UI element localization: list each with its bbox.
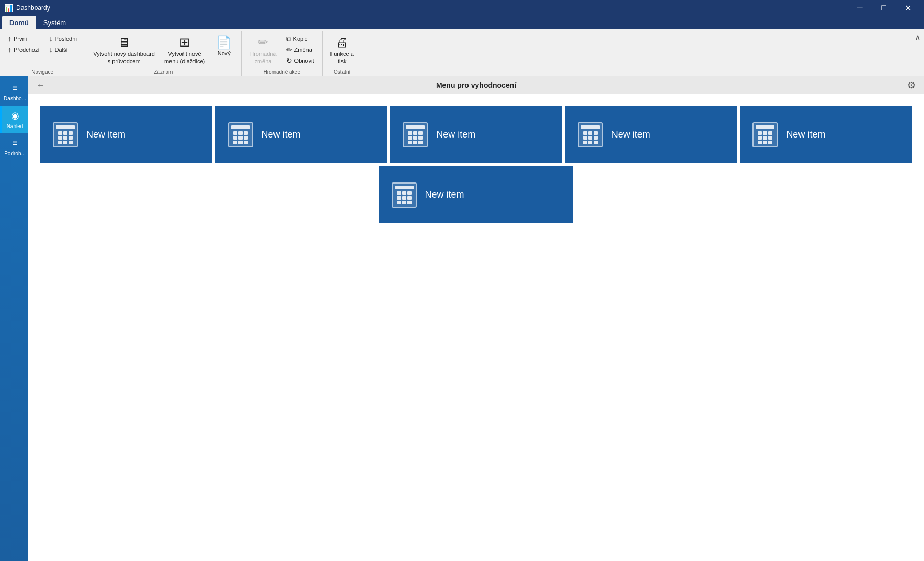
calc-icon-2 [228, 122, 253, 147]
ribbon-bar: ↑ První ↑ Předchozí ↓ Poslední ↓ Další [0, 29, 924, 76]
vytvorit-menu-button[interactable]: ⊞ Vytvořit nové menu (dlaždice) [161, 33, 209, 68]
nahled-icon: ◉ [11, 110, 19, 121]
tab-domu[interactable]: Domů [2, 16, 36, 29]
ostatni-label: Ostatní [327, 68, 358, 76]
tile-6-label: New item [425, 189, 464, 200]
sidebar-item-podrob[interactable]: ≡ Podrob... [0, 133, 28, 161]
ribbon-group-hromadne: ✏ Hromadná změna ⧉ Kopie ✏ Změna ↻ Obnov… [242, 31, 322, 76]
close-button[interactable]: ✕ [896, 0, 920, 16]
ostatni-items: 🖨 Funkce a tisk [327, 33, 358, 68]
tile-row2-spacer [39, 165, 378, 225]
tiles-area: New item New i [28, 94, 924, 561]
posledni-button[interactable]: ↓ Poslední [45, 33, 81, 44]
hromadne-col: ⧉ Kopie ✏ Změna ↻ Obnovit [282, 33, 318, 66]
sidebar-item-nahled[interactable]: ◉ Náhled [0, 106, 28, 133]
sidebar-item-dashbo[interactable]: ≡ Dashbo... [0, 78, 28, 106]
tile-5[interactable]: New item [738, 105, 914, 165]
copy-icon: ⧉ [286, 35, 291, 42]
batch-edit-icon: ✏ [258, 36, 268, 49]
hromadne-items: ✏ Hromadná změna ⧉ Kopie ✏ Změna ↻ Obnov… [246, 33, 317, 68]
podrob-icon: ≡ [12, 138, 18, 148]
topbar-nav: ← [33, 79, 48, 91]
vytvorit-dashboard-button[interactable]: 🖥 Vytvořit nový dashboard s průvodcem [89, 33, 158, 68]
ribbon-collapse-button[interactable]: ∧ [911, 31, 924, 43]
maximize-button[interactable]: □ [872, 0, 896, 16]
hromadna-zmena-button: ✏ Hromadná změna [246, 33, 280, 68]
prvni-button[interactable]: ↑ První [4, 33, 43, 44]
main-topbar: ← Menu pro vyhodnocení ⚙ [28, 76, 924, 94]
grid-icon: ⊞ [179, 36, 190, 49]
main-content: ← Menu pro vyhodnocení ⚙ [28, 76, 924, 561]
zmena-button[interactable]: ✏ Změna [282, 44, 318, 55]
refresh-icon: ↻ [286, 57, 292, 64]
tile-5-label: New item [786, 129, 825, 140]
title-bar-controls: ─ □ ✕ [848, 0, 920, 16]
app-title: Dashboardy [16, 4, 50, 12]
calc-icon-1 [53, 122, 78, 147]
navigace-items: ↑ První ↑ Předchozí ↓ Poslední ↓ Další [4, 33, 81, 68]
dalsi-button[interactable]: ↓ Další [45, 44, 81, 55]
tile-4-label: New item [611, 129, 651, 140]
sidebar-item-nahled-label: Náhled [7, 123, 24, 129]
up-arrow-icon: ↑ [8, 35, 12, 42]
minimize-button[interactable]: ─ [848, 0, 872, 16]
page-title: Menu pro vyhodnocení [436, 81, 516, 89]
title-bar: 📊 Dashboardy ─ □ ✕ [0, 0, 924, 16]
dashboard-icon: 🖥 [118, 36, 130, 49]
app-icon: 📊 [4, 4, 13, 12]
tile-row2-spacer-right [575, 165, 914, 225]
ribbon-group-ostatni: 🖨 Funkce a tisk Ostatní [323, 31, 362, 76]
obnovit-button[interactable]: ↻ Obnovit [282, 55, 318, 66]
tile-4[interactable]: New item [564, 105, 739, 165]
tile-6[interactable]: New item [378, 165, 575, 225]
hromadne-label: Hromadné akce [246, 68, 317, 76]
navigace-col-2: ↓ Poslední ↓ Další [45, 33, 81, 55]
navigace-col-1: ↑ První ↑ Předchozí [4, 33, 43, 55]
navigace-label: Navigace [4, 68, 81, 76]
novy-button[interactable]: 📄 Nový [211, 33, 237, 59]
sidebar-item-podrob-label: Podrob... [4, 151, 26, 156]
ribbon-tabs: Domů Systém [0, 16, 924, 29]
tile-1-label: New item [86, 129, 126, 140]
funkce-tisk-button[interactable]: 🖨 Funkce a tisk [327, 33, 358, 68]
down-arrow-icon: ↓ [49, 35, 53, 42]
kopie-button[interactable]: ⧉ Kopie [282, 33, 318, 44]
tile-3[interactable]: New item [389, 105, 564, 165]
calc-icon-3 [403, 122, 428, 147]
calc-icon-5 [752, 122, 778, 147]
down-arrow-icon-2: ↓ [49, 46, 53, 53]
tab-system[interactable]: Systém [36, 16, 73, 29]
print-icon: 🖨 [336, 36, 348, 49]
calc-icon-6 [392, 182, 417, 208]
zaznam-label: Záznam [89, 68, 237, 76]
new-doc-icon: 📄 [216, 36, 232, 49]
tile-2-label: New item [261, 129, 301, 140]
tiles-row-2: New item [39, 165, 914, 225]
ribbon-group-navigace: ↑ První ↑ Předchozí ↓ Poslední ↓ Další [0, 31, 85, 76]
back-button[interactable]: ← [33, 79, 48, 91]
settings-icon[interactable]: ⚙ [904, 78, 919, 92]
up-arrow-icon-2: ↑ [8, 46, 12, 53]
tile-1[interactable]: New item [39, 105, 214, 165]
calc-icon-4 [578, 122, 603, 147]
tile-2[interactable]: New item [214, 105, 389, 165]
sidebar-item-dashbo-label: Dashbo... [4, 96, 26, 101]
tile-3-label: New item [436, 129, 475, 140]
sidebar: ≡ Dashbo... ◉ Náhled ≡ Podrob... [0, 76, 28, 561]
dashbo-icon: ≡ [12, 83, 18, 94]
zaznam-items: 🖥 Vytvořit nový dashboard s průvodcem ⊞ … [89, 33, 237, 68]
ribbon-group-zaznam: 🖥 Vytvořit nový dashboard s průvodcem ⊞ … [85, 31, 242, 76]
edit-icon: ✏ [286, 46, 292, 53]
tiles-row-1: New item New i [39, 105, 914, 165]
app-body: ≡ Dashbo... ◉ Náhled ≡ Podrob... ← Menu … [0, 76, 924, 561]
title-bar-left: 📊 Dashboardy [4, 4, 50, 12]
predchozi-button[interactable]: ↑ Předchozí [4, 44, 43, 55]
